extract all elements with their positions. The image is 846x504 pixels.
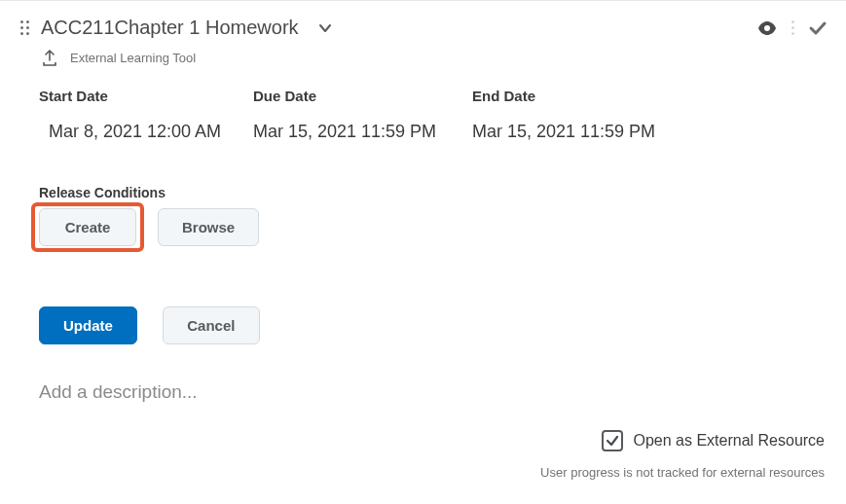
drag-handle-icon[interactable] xyxy=(18,18,31,38)
start-date-value[interactable]: Mar 8, 2021 12:00 AM xyxy=(39,122,253,142)
start-date-label: Start Date xyxy=(39,88,253,104)
release-conditions-label: Release Conditions xyxy=(39,185,807,200)
create-button-highlight: Create xyxy=(39,208,136,246)
browse-button[interactable]: Browse xyxy=(158,208,259,246)
start-date-col: Start Date Mar 8, 2021 12:00 AM xyxy=(39,88,253,142)
end-date-label: End Date xyxy=(472,88,807,104)
end-date-col: End Date Mar 15, 2021 11:59 PM xyxy=(472,88,807,142)
page-title: ACC211Chapter 1 Homework xyxy=(41,17,299,39)
create-button[interactable]: Create xyxy=(39,208,136,246)
open-external-checkbox-row[interactable]: Open as External Resource xyxy=(602,430,825,451)
end-date-value[interactable]: Mar 15, 2021 11:59 PM xyxy=(472,122,807,142)
svg-point-0 xyxy=(764,25,770,31)
header-row: ACC211Chapter 1 Homework xyxy=(0,9,846,45)
confirm-checkmark-icon[interactable] xyxy=(807,18,828,39)
external-resource-section: Open as External Resource User progress … xyxy=(540,430,825,480)
open-external-checkbox[interactable] xyxy=(602,430,623,451)
release-conditions-buttons: Create Browse xyxy=(39,208,807,246)
update-button[interactable]: Update xyxy=(39,306,137,344)
cancel-button[interactable]: Cancel xyxy=(163,306,260,344)
external-footnote: User progress is not tracked for externa… xyxy=(540,465,825,480)
description-input[interactable]: Add a description... xyxy=(39,381,807,403)
open-external-label: Open as External Resource xyxy=(633,432,825,450)
header-actions xyxy=(756,18,828,39)
content-area: Start Date Mar 8, 2021 12:00 AM Due Date… xyxy=(0,88,846,403)
subhead-label: External Learning Tool xyxy=(70,51,196,65)
due-date-value[interactable]: Mar 15, 2021 11:59 PM xyxy=(253,122,472,142)
external-tool-icon xyxy=(39,47,60,68)
due-date-label: Due Date xyxy=(253,88,472,104)
dates-row: Start Date Mar 8, 2021 12:00 AM Due Date… xyxy=(39,88,807,142)
more-actions-icon[interactable] xyxy=(788,18,797,39)
subhead-row: External Learning Tool xyxy=(0,45,846,78)
title-dropdown-chevron-icon[interactable] xyxy=(316,19,334,37)
action-buttons: Update Cancel xyxy=(39,306,807,344)
due-date-col: Due Date Mar 15, 2021 11:59 PM xyxy=(253,88,472,142)
visibility-toggle-icon[interactable] xyxy=(756,18,778,39)
